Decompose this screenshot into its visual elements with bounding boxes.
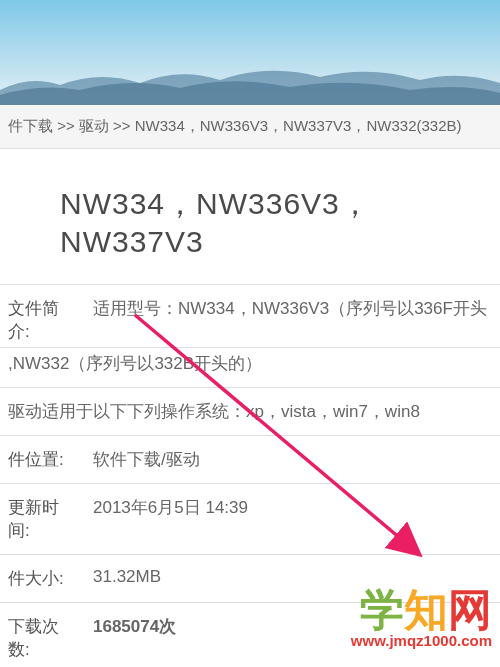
row-description: 文件简介: 适用型号：NW334，NW336V3（序列号以336F开头 [0,285,500,348]
breadcrumb-sep: >> [109,117,135,134]
value-update-time: 2013年6月5日 14:39 [85,484,500,555]
row-location: 件位置: 软件下载/驱动 [0,436,500,484]
watermark: 学知网 www.jmqz1000.com [351,588,492,649]
watermark-char3: 网 [448,585,492,634]
breadcrumb: 件下载 >> 驱动 >> NW334，NW336V3，NW337V3，NW332… [0,105,500,149]
label-description: 文件简介: [0,285,85,348]
label-location: 件位置: [0,436,85,484]
value-description-line2: ,NW332（序列号以332B开头的） [0,348,500,388]
watermark-url: www.jmqz1000.com [351,632,492,649]
value-location: 软件下载/驱动 [85,436,500,484]
watermark-char2: 知 [404,585,448,634]
label-file-size: 件大小: [0,555,85,603]
page-title: NW334，NW336V3，NW337V3 [0,149,500,284]
header-banner [0,0,500,105]
watermark-char1: 学 [360,585,404,634]
breadcrumb-link-downloads[interactable]: 件下载 [8,117,53,134]
watermark-logo: 学知网 [351,588,492,632]
value-systems: 驱动适用于以下下列操作系统：xp，vista，win7，win8 [0,388,500,436]
breadcrumb-current: NW334，NW336V3，NW337V3，NW332(332B) [135,117,462,134]
label-download-count: 下载次数: [0,603,85,668]
breadcrumb-link-drivers[interactable]: 驱动 [79,117,109,134]
breadcrumb-sep: >> [53,117,79,134]
value-description-line1: 适用型号：NW334，NW336V3（序列号以336F开头 [85,285,500,348]
mountain-graphic [0,55,500,105]
label-update-time: 更新时间: [0,484,85,555]
row-systems: 驱动适用于以下下列操作系统：xp，vista，win7，win8 [0,388,500,436]
row-update-time: 更新时间: 2013年6月5日 14:39 [0,484,500,555]
row-description-cont: ,NW332（序列号以332B开头的） [0,348,500,388]
